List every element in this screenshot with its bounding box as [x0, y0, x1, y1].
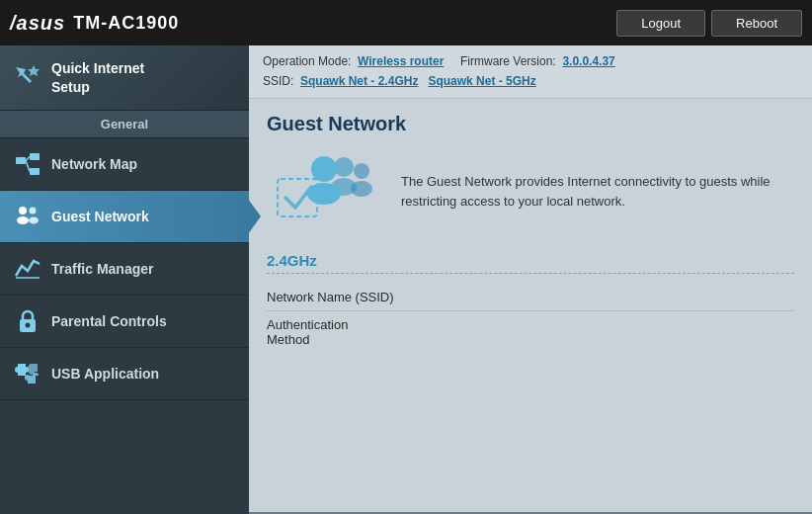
- svg-point-14: [354, 163, 369, 179]
- header: /asus TM-AC1900 Logout Reboot: [0, 0, 812, 45]
- page-title: Guest Network: [267, 113, 794, 135]
- auth-method-label: AuthenticationMethod: [267, 317, 445, 347]
- svg-line-4: [26, 161, 30, 172]
- svg-point-5: [19, 207, 27, 214]
- svg-point-8: [29, 217, 39, 224]
- header-buttons: Logout Reboot: [616, 10, 802, 37]
- quick-setup-icon: [12, 63, 41, 93]
- svg-rect-2: [30, 168, 40, 175]
- ssid-field-label: Network Name (SSID): [267, 290, 445, 304]
- general-section-label: General: [0, 111, 249, 138]
- sidebar-item-usb-application[interactable]: USB Application: [0, 348, 249, 400]
- ssid-label: SSID:: [263, 74, 293, 88]
- form-row-auth: AuthenticationMethod: [267, 311, 794, 353]
- info-bar: Operation Mode: Wireless router Firmware…: [249, 45, 812, 99]
- reboot-button[interactable]: Reboot: [711, 10, 802, 37]
- feature-description-text: The Guest Network provides Internet conn…: [401, 172, 794, 211]
- feature-description: The Guest Network provides Internet conn…: [267, 147, 794, 236]
- guest-network-icon: [14, 203, 41, 230]
- logo-area: /asus TM-AC1900: [10, 12, 607, 35]
- sidebar-item-network-map-label: Network Map: [51, 156, 137, 172]
- sidebar-item-guest-network[interactable]: Guest Network: [0, 191, 249, 243]
- parental-controls-icon: [14, 307, 41, 335]
- svg-rect-1: [30, 153, 40, 160]
- usb-application-icon: [14, 360, 41, 387]
- guest-network-illustration: [267, 147, 385, 236]
- svg-point-12: [334, 157, 354, 177]
- svg-point-6: [17, 216, 29, 224]
- traffic-manager-icon: [14, 255, 41, 283]
- content-area: Operation Mode: Wireless router Firmware…: [249, 45, 812, 514]
- freq-divider: [267, 273, 794, 274]
- ssid-24ghz[interactable]: Squawk Net - 2.4GHz: [300, 74, 418, 88]
- operation-mode-label: Operation Mode:: [263, 54, 351, 68]
- network-map-icon: [14, 150, 41, 178]
- logout-button[interactable]: Logout: [616, 10, 705, 37]
- content-body: Guest Network: [249, 99, 812, 512]
- freq-label-24ghz: 2.4GHz: [267, 252, 794, 269]
- quick-internet-setup[interactable]: Quick InternetSetup: [0, 45, 249, 111]
- sidebar-item-guest-network-label: Guest Network: [51, 209, 149, 224]
- svg-point-7: [30, 208, 37, 214]
- sidebar-item-traffic-manager[interactable]: Traffic Manager: [0, 243, 249, 296]
- svg-point-11: [26, 323, 31, 328]
- sidebar-item-usb-application-label: USB Application: [51, 366, 159, 382]
- svg-point-15: [351, 181, 372, 197]
- asus-logo: /asus: [10, 12, 65, 35]
- main-layout: Quick InternetSetup General Network Map: [0, 45, 812, 514]
- ssid-5ghz[interactable]: Squawk Net - 5GHz: [428, 74, 535, 88]
- firmware-value[interactable]: 3.0.0.4.37: [562, 54, 614, 68]
- sidebar: Quick InternetSetup General Network Map: [0, 45, 249, 514]
- sidebar-item-parental-controls-label: Parental Controls: [51, 313, 167, 329]
- sidebar-item-network-map[interactable]: Network Map: [0, 138, 249, 191]
- firmware-label: Firmware Version:: [460, 54, 556, 68]
- svg-rect-0: [16, 157, 26, 164]
- svg-line-3: [26, 157, 30, 161]
- sidebar-item-traffic-manager-label: Traffic Manager: [51, 261, 153, 277]
- sidebar-item-parental-controls[interactable]: Parental Controls: [0, 296, 249, 348]
- form-row-ssid: Network Name (SSID): [267, 284, 794, 311]
- model-name: TM-AC1900: [73, 13, 179, 34]
- operation-mode-value[interactable]: Wireless router: [358, 54, 444, 68]
- quick-setup-label: Quick InternetSetup: [51, 59, 144, 95]
